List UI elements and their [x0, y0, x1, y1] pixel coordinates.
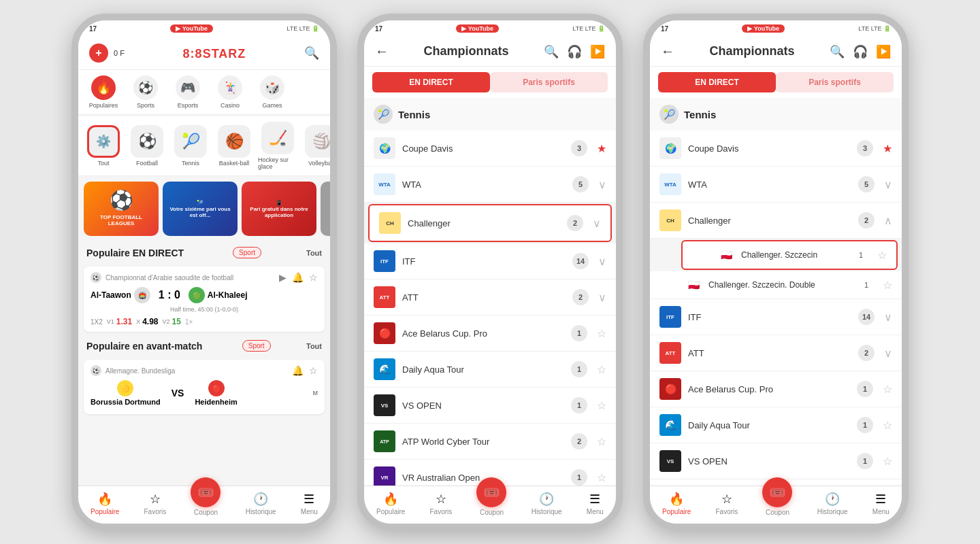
itf-chevron-3[interactable]: ∨	[884, 311, 892, 324]
tab-en-direct-2[interactable]: EN DIRECT	[372, 72, 490, 92]
banner-usopen[interactable]: 🎾Votre sixième pari vous est off...	[163, 182, 238, 236]
aqua-star-2[interactable]: ☆	[597, 363, 606, 376]
nav-historique-3[interactable]: 🕐 Historique	[817, 492, 848, 515]
nav-populaire-1[interactable]: 🔥 Populaire	[91, 492, 119, 515]
wta-chevron-3[interactable]: ∨	[884, 178, 892, 191]
league-atp-2[interactable]: ATP ATP World Cyber Tour 2 ☆	[364, 424, 616, 460]
nav-coupon-1[interactable]: 🎟️ Coupon	[191, 491, 220, 516]
sub-challenger-szczecin-double-3[interactable]: 🇵🇱 Challenger. Szczecin. Double 1 ☆	[650, 271, 902, 299]
league-att-3[interactable]: ATT ATT 2 ∨	[650, 335, 902, 371]
odds-x[interactable]: X 4.98	[136, 317, 158, 326]
league-vsopen-3[interactable]: VS VS OPEN 1 ☆	[650, 443, 902, 479]
league-vsopen-2[interactable]: VS VS OPEN 1 ☆	[364, 388, 616, 424]
league-aqua-2[interactable]: 🌊 Daily Aqua Tour 1 ☆	[364, 352, 616, 388]
tab-paris-sportifs-3[interactable]: Paris sportifs	[776, 72, 894, 92]
banner-promo[interactable]: 📱Pari gratuit dans notre application	[242, 182, 316, 236]
odds-v1[interactable]: V1 1.31	[107, 317, 132, 326]
bell-icon[interactable]: 🔔	[292, 272, 304, 283]
nav-menu-3[interactable]: ☰ Menu	[872, 492, 889, 515]
video-icon-2[interactable]: ▶️	[590, 44, 605, 59]
league-challenger-3[interactable]: CH Challenger 2 ∧	[650, 203, 902, 239]
cat-casino[interactable]: 🃏 Casino	[210, 75, 250, 109]
vsopen-star-3[interactable]: ☆	[883, 455, 892, 468]
tab-paris-sportifs-2[interactable]: Paris sportifs	[490, 72, 608, 92]
nav-historique-2[interactable]: 🕐 Historique	[532, 492, 562, 515]
back-button-3[interactable]: ←	[661, 44, 674, 59]
nav-coupon-2[interactable]: 🎟️ Coupon	[476, 491, 506, 516]
league-itf-2[interactable]: ITF ITF 14 ∨	[364, 243, 616, 279]
league-aqua-3[interactable]: 🌊 Daily Aqua Tour 1 ☆	[650, 407, 902, 443]
league-ace-3[interactable]: 🔴 Ace Belarus Cup. Pro 1 ☆	[650, 371, 902, 407]
vsopen-star-2[interactable]: ☆	[597, 399, 606, 412]
ace-star-3[interactable]: ☆	[883, 383, 892, 396]
nav-favoris-1[interactable]: ☆ Favoris	[144, 492, 167, 515]
sport-badge-2[interactable]: Sport	[242, 340, 271, 352]
itf-chevron-2[interactable]: ∨	[598, 255, 606, 268]
prematch-star-icon[interactable]: ☆	[309, 365, 318, 376]
nav-populaire-3[interactable]: 🔥 Populaire	[662, 492, 691, 515]
nav-historique-1[interactable]: 🕐 Historique	[246, 492, 276, 515]
nav-favoris-2[interactable]: ☆ Favoris	[430, 492, 453, 515]
tout-badge-live[interactable]: Tout	[306, 249, 322, 257]
szczecin-double-star-3[interactable]: ☆	[883, 279, 892, 292]
tout-badge-prematch[interactable]: Tout	[306, 342, 322, 350]
search-icon[interactable]: 🔍	[304, 46, 319, 61]
szczecin-star-3[interactable]: ☆	[877, 249, 887, 262]
aqua-star-3[interactable]: ☆	[883, 419, 892, 432]
nav-populaire-2[interactable]: 🔥 Populaire	[376, 492, 405, 515]
league-itf-3[interactable]: ITF ITF 14 ∨	[650, 299, 902, 335]
league-coupe-davis-2[interactable]: 🌍 Coupe Davis 3 ★	[364, 131, 616, 167]
odds-more[interactable]: 1×	[185, 318, 193, 326]
sub-challenger-szczecin-3[interactable]: 🇵🇱 Challenger. Szczecin 1 ☆	[681, 240, 898, 270]
league-challenger-2[interactable]: CH Challenger 2 ∨	[368, 204, 612, 242]
league-wta-2[interactable]: WTA WTA 5 ∨	[364, 167, 616, 203]
play-icon[interactable]: ▶	[279, 272, 287, 283]
add-balance-button[interactable]: +	[89, 44, 108, 63]
challenger-chevron-2[interactable]: ∨	[593, 217, 601, 230]
nav-favoris-3[interactable]: ☆ Favoris	[716, 492, 738, 515]
league-att-2[interactable]: ATT ATT 2 ∨	[364, 279, 616, 316]
league-wta-3[interactable]: WTA WTA 5 ∨	[650, 167, 902, 203]
cat-esports[interactable]: 🎮 Esports	[168, 75, 208, 109]
att-chevron-2[interactable]: ∨	[598, 291, 606, 304]
subcat-hockey[interactable]: 🏒 Hockey sur glace	[258, 122, 297, 170]
star-icon[interactable]: ☆	[309, 272, 318, 283]
odds-v2[interactable]: V2 15	[163, 317, 181, 326]
nav-menu-1[interactable]: ☰ Menu	[301, 492, 318, 515]
att-count-2: 2	[572, 289, 589, 305]
sport-badge[interactable]: Sport	[233, 247, 261, 258]
subcat-tout[interactable]: ⚙️ Tout	[84, 125, 123, 167]
cat-sports[interactable]: ⚽ Sports	[126, 75, 165, 109]
nav-menu-2[interactable]: ☰ Menu	[587, 492, 604, 515]
subcat-tennis[interactable]: 🎾 Tennis	[171, 125, 210, 167]
audio-icon-3[interactable]: 🎧	[853, 44, 868, 59]
coupon-button-1[interactable]: 🎟️	[191, 477, 220, 507]
vr-star-2[interactable]: ☆	[597, 471, 606, 484]
prematch-bell-icon[interactable]: 🔔	[292, 365, 304, 376]
subcat-volleyball[interactable]: 🏐 Volleyball	[301, 125, 330, 167]
cat-games[interactable]: 🎲 Games	[252, 75, 292, 109]
subcat-basketball[interactable]: 🏀 Basket-ball	[214, 125, 254, 167]
cat-populaires[interactable]: 🔥 Populaires	[84, 75, 123, 109]
coupon-button-2[interactable]: 🎟️	[476, 477, 506, 507]
nav-coupon-3[interactable]: 🎟️ Coupon	[762, 491, 792, 516]
league-coupe-davis-3[interactable]: 🌍 Coupe Davis 3 ★	[650, 131, 902, 167]
coupe-davis-star-3[interactable]: ★	[883, 142, 892, 155]
video-icon-3[interactable]: ▶️	[876, 44, 891, 59]
back-button-2[interactable]: ←	[375, 44, 389, 59]
att-chevron-3[interactable]: ∨	[884, 347, 892, 360]
coupe-davis-star-2[interactable]: ★	[597, 142, 606, 155]
coupon-button-3[interactable]: 🎟️	[762, 477, 792, 507]
search-icon-3[interactable]: 🔍	[830, 44, 845, 59]
banner-int[interactable]: Int	[321, 182, 330, 236]
audio-icon-2[interactable]: 🎧	[567, 44, 582, 59]
league-ace-2[interactable]: 🔴 Ace Belarus Cup. Pro 1 ☆	[364, 316, 616, 352]
banner-football[interactable]: ⚽ TOP FOOTBALLLEAGUES	[84, 182, 159, 236]
atp-star-2[interactable]: ☆	[597, 435, 606, 448]
tab-en-direct-3[interactable]: EN DIRECT	[658, 72, 776, 92]
subcat-football[interactable]: ⚽ Football	[127, 125, 167, 167]
wta-chevron-2[interactable]: ∨	[598, 178, 606, 191]
challenger-chevron-3[interactable]: ∧	[884, 214, 892, 227]
ace-star-2[interactable]: ☆	[597, 327, 606, 340]
search-icon-2[interactable]: 🔍	[544, 44, 559, 59]
